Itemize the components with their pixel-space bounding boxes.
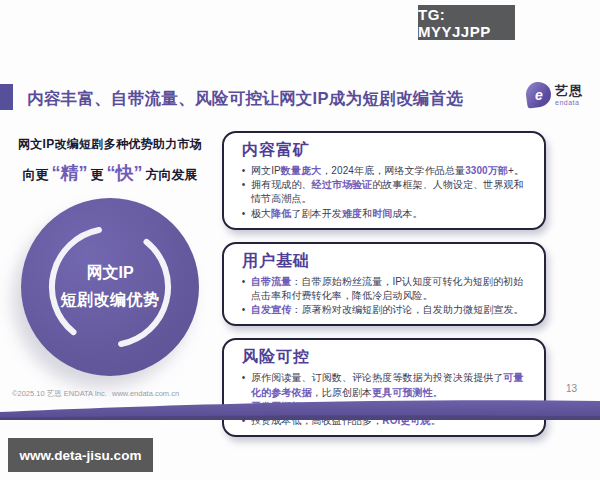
plain-text: 。 bbox=[433, 387, 443, 398]
advantage-card: 内容富矿 • 网文IP数量庞大，2024年底，网络文学作品总量3300万部+。 … bbox=[222, 131, 546, 230]
logo-sub-name: endata bbox=[555, 99, 583, 106]
circle-label-line1: 网文IP bbox=[86, 263, 133, 284]
bullet-text: 原作阅读量、订阅数、评论热度等数据为投资决策提供了可量化的参考依据，比原创剧本更… bbox=[251, 371, 532, 399]
circle-arcs-icon bbox=[21, 198, 199, 376]
plain-text: +。 bbox=[508, 165, 524, 176]
bullet-text: 自带流量：自带原始粉丝流量，IP认知度可转化为短剧的初始点击率和付费转化率，降低… bbox=[251, 275, 532, 303]
bullet-item: • 网文IP数量庞大，2024年底，网络文学作品总量3300万部+。 bbox=[236, 164, 532, 178]
page-number: 13 bbox=[566, 383, 577, 394]
bottom-wave-decoration bbox=[0, 398, 600, 420]
plain-text: 成本。 bbox=[392, 208, 422, 219]
highlighted-text: 3300万部 bbox=[465, 165, 508, 176]
highlighted-text: 更具可预测性 bbox=[372, 387, 433, 398]
bullet-dot-icon: • bbox=[236, 178, 251, 206]
plain-text: ：原著粉对改编短剧的讨论，自发助力微短剧宣发。 bbox=[291, 304, 523, 315]
plain-text: 了剧本开发 bbox=[291, 208, 342, 219]
headline-line2: 向更“精”更“快”方向发展 bbox=[8, 161, 212, 185]
endata-logo: e 艺恩 endata bbox=[526, 82, 583, 107]
plain-text: ：自带原始粉丝流量，IP认知度可转化为短剧的初始点击率和付费转化率，降低冷启动风… bbox=[251, 276, 523, 301]
headline-line1: 网文IP改编短剧多种优势助力市场 bbox=[8, 136, 212, 153]
bullet-text: 极大降低了剧本开发难度和时间成本。 bbox=[251, 207, 532, 221]
highlighted-text: 降低 bbox=[271, 208, 291, 219]
endata-logo-icon: e bbox=[524, 80, 552, 108]
page-title: 内容丰富、自带流量、风险可控让网文IP成为短剧改编首选 bbox=[27, 88, 507, 110]
title-accent-bar bbox=[0, 84, 13, 110]
highlighted-text: 经过市场验证 bbox=[312, 179, 373, 190]
telegram-badge: TG: MYYJJPP bbox=[418, 5, 515, 40]
advantage-card: 用户基础 • 自带流量：自带原始粉丝流量，IP认知度可转化为短剧的初始点击率和付… bbox=[222, 242, 546, 327]
card-title: 风险可控 bbox=[236, 347, 532, 368]
footer-website: www.endata.com.cn bbox=[112, 389, 179, 398]
highlighted-text: 数量庞大 bbox=[281, 165, 321, 176]
card-title: 内容富矿 bbox=[236, 140, 532, 161]
plain-text: 拥有现成的、 bbox=[251, 179, 312, 190]
logo-text: 艺恩 endata bbox=[555, 84, 583, 106]
logo-brand-name: 艺恩 bbox=[555, 84, 583, 97]
bullet-dot-icon: • bbox=[236, 275, 251, 303]
highlighted-text: 难度 bbox=[342, 208, 362, 219]
plain-text: 原作阅读量、订阅数、评论热度等数据为投资决策提供了 bbox=[251, 372, 504, 383]
plain-text: ，2024年底，网络文学作品总量 bbox=[321, 165, 465, 176]
headline-plain-text: 方向发展 bbox=[146, 166, 198, 184]
plain-text: 和 bbox=[362, 208, 372, 219]
bullet-dot-icon: • bbox=[236, 371, 251, 399]
highlighted-text: 自带流量 bbox=[251, 276, 291, 287]
headline-highlight-text: “快” bbox=[107, 161, 143, 185]
logo-glyph: e bbox=[535, 87, 543, 103]
card-bullet-list: • 自带流量：自带原始粉丝流量，IP认知度可转化为短剧的初始点击率和付费转化率，… bbox=[236, 275, 532, 318]
headline-plain-text: 更 bbox=[91, 166, 104, 184]
bullet-dot-icon: • bbox=[236, 164, 251, 178]
plain-text: 极大 bbox=[251, 208, 271, 219]
bullet-text: 拥有现成的、经过市场验证的故事框架、人物设定、世界观和情节高潮点。 bbox=[251, 178, 532, 206]
circle-label-line2: 短剧改编优势 bbox=[61, 290, 160, 311]
bullet-item: • 自带流量：自带原始粉丝流量，IP认知度可转化为短剧的初始点击率和付费转化率，… bbox=[236, 275, 532, 303]
card-bullet-list: • 网文IP数量庞大，2024年底，网络文学作品总量3300万部+。 • 拥有现… bbox=[236, 164, 532, 221]
headline-highlight-text: “精” bbox=[52, 161, 88, 185]
left-headline: 网文IP改编短剧多种优势助力市场 向更“精”更“快”方向发展 bbox=[8, 136, 212, 185]
bullet-dot-icon: • bbox=[236, 303, 251, 317]
bullet-text: 网文IP数量庞大，2024年底，网络文学作品总量3300万部+。 bbox=[251, 164, 532, 178]
highlighted-text: 自发宣传 bbox=[251, 304, 291, 315]
bullet-item: • 拥有现成的、经过市场验证的故事框架、人物设定、世界观和情节高潮点。 bbox=[236, 178, 532, 206]
advantage-circle: 网文IP 短剧改编优势 bbox=[21, 198, 199, 376]
card-title: 用户基础 bbox=[236, 251, 532, 272]
bullet-item: • 自发宣传：原著粉对改编短剧的讨论，自发助力微短剧宣发。 bbox=[236, 303, 532, 317]
highlighted-text: 时间 bbox=[372, 208, 392, 219]
bullet-text: 自发宣传：原著粉对改编短剧的讨论，自发助力微短剧宣发。 bbox=[251, 303, 532, 317]
plain-text: 网文IP bbox=[251, 165, 281, 176]
bullet-item: • 原作阅读量、订阅数、评论热度等数据为投资决策提供了可量化的参考依据，比原创剧… bbox=[236, 371, 532, 399]
watermark-badge: www.deta-jisu.com bbox=[8, 438, 153, 472]
bullet-item: • 极大降低了剧本开发难度和时间成本。 bbox=[236, 207, 532, 221]
plain-text: ，比原创剧本 bbox=[312, 387, 373, 398]
headline-plain-text: 向更 bbox=[23, 166, 49, 184]
advantage-card: 风险可控 • 原作阅读量、订阅数、评论热度等数据为投资决策提供了可量化的参考依据… bbox=[222, 338, 546, 437]
bullet-dot-icon: • bbox=[236, 207, 251, 221]
